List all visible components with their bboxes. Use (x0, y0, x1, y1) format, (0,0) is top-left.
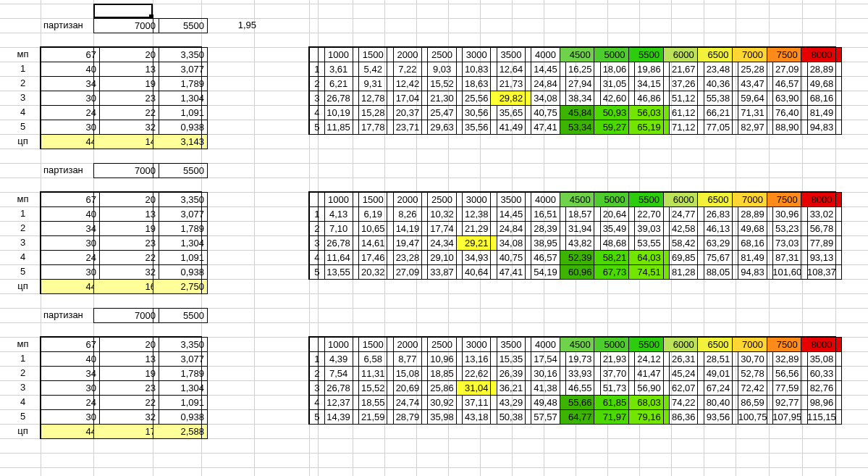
row-label[interactable]: 5 (0, 264, 46, 279)
partizan-v2[interactable]: 5500 (153, 18, 208, 33)
row-label[interactable]: 1 (0, 206, 46, 221)
row-label[interactable]: 4 (0, 105, 46, 120)
row-label[interactable]: 2 (0, 76, 46, 91)
row-label[interactable]: 1 (0, 62, 46, 76)
row-label[interactable]: 5 (0, 120, 46, 134)
row-label[interactable]: 2 (0, 221, 46, 235)
partizan-v2[interactable]: 5500 (153, 308, 208, 323)
table-outline (308, 46, 836, 135)
mp-label[interactable]: мп (0, 47, 46, 62)
row-label[interactable]: 4 (0, 250, 46, 264)
row-label[interactable]: 1 (0, 351, 46, 366)
active-cell-cursor[interactable] (93, 4, 153, 18)
row-label[interactable]: 3 (0, 380, 46, 395)
mp-label[interactable]: мп (0, 337, 46, 351)
partizan-extra[interactable]: 1,95 (201, 18, 259, 33)
partizan-label[interactable]: партизан (41, 308, 98, 322)
partizan-v1[interactable]: 7000 (93, 18, 159, 33)
table-outline (40, 336, 202, 439)
cp-label[interactable]: цп (0, 134, 46, 149)
partizan-v1[interactable]: 7000 (93, 308, 159, 323)
partizan-v1[interactable]: 7000 (93, 163, 159, 178)
table-outline (308, 336, 836, 425)
spreadsheet-area[interactable]: партизан700055001,95мп67203,350140133,07… (0, 0, 868, 476)
cp-label[interactable]: цп (0, 279, 46, 293)
table-outline (40, 46, 202, 149)
table-outline (308, 191, 836, 280)
row-label[interactable]: 3 (0, 235, 46, 250)
cp-label[interactable]: цп (0, 424, 46, 438)
row-label[interactable]: 4 (0, 395, 46, 409)
partizan-label[interactable]: партизан (41, 18, 98, 33)
partizan-v2[interactable]: 5500 (153, 163, 208, 178)
partizan-label[interactable]: партизан (41, 163, 98, 178)
table-outline (40, 191, 202, 294)
mp-label[interactable]: мп (0, 192, 46, 206)
row-label[interactable]: 3 (0, 91, 46, 105)
row-label[interactable]: 5 (0, 409, 46, 424)
row-label[interactable]: 2 (0, 366, 46, 380)
